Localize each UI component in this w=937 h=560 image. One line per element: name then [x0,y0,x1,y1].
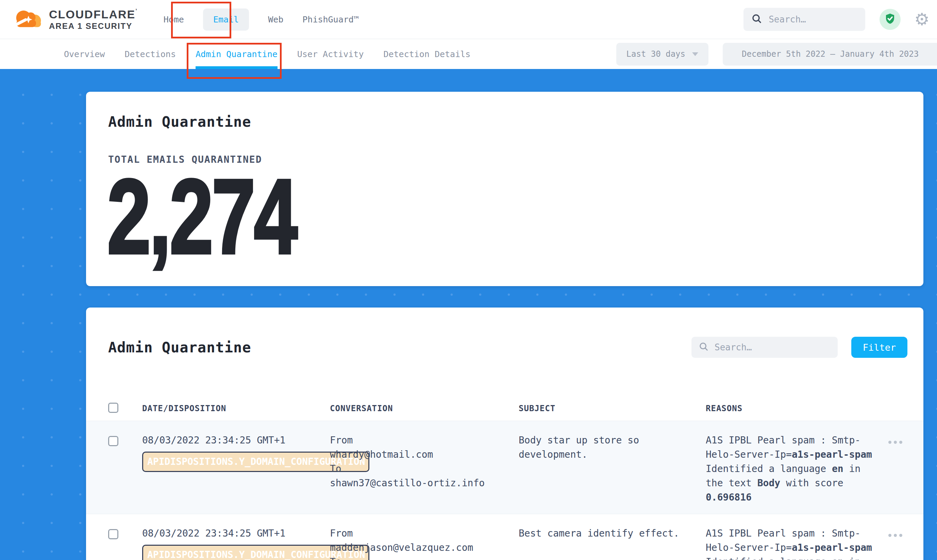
area1-dashboard: CLOUDFLARE’ AREA 1 SECURITY Home Email W… [0,0,937,560]
row-menu-ellipsis[interactable] [886,532,902,538]
page-background: Admin Quarantine TOTAL EMAILS QUARANTINE… [0,69,937,560]
search-icon [699,342,709,353]
date-range-label: Last 30 days [627,49,685,59]
nav-item-phishguard[interactable]: PhishGuard™ [303,15,359,25]
quarantine-table-card: Admin Quarantine Filter DATE/DISPOSITION… [86,308,923,560]
shield-check-icon [884,12,896,26]
row-conversation: From maddenjason@velazquez.com To bradle… [330,526,519,560]
nav-item-email[interactable]: Email [203,9,249,31]
top-bar-right: ⚙ [744,8,929,31]
date-range-text: December 5th 2022 — January 4th 2023 [742,49,918,59]
total-quarantined-value: 2,274 [107,173,711,260]
column-header-conversation: CONVERSATION [330,404,519,413]
row-date: 08/03/2022 23:34:25 GMT+1 [142,526,330,541]
row-checkbox[interactable] [108,436,118,446]
search-icon [752,14,762,25]
date-range-value[interactable]: December 5th 2022 — January 4th 2023 [723,43,937,66]
table-card-header: Admin Quarantine Filter [86,308,923,368]
cloudflare-logo[interactable]: CLOUDFLARE’ AREA 1 SECURITY [12,8,137,31]
email-sub-nav: Overview Detections Admin Quarantine Use… [0,39,937,69]
nav-item-home[interactable]: Home [164,15,184,25]
row-subject: Best camera identify effect. [519,526,706,541]
cloudflare-cloud-icon [12,8,44,31]
column-header-subject: SUBJECT [519,404,706,413]
select-all-checkbox[interactable] [108,403,118,413]
row-menu-ellipsis[interactable] [886,439,902,445]
date-range-dropdown[interactable]: Last 30 days [616,43,709,66]
tab-detections[interactable]: Detections [125,39,176,69]
brand-trademark: ’ [135,8,137,14]
table-search[interactable] [692,337,838,358]
protection-status-badge[interactable] [880,9,901,30]
chevron-down-icon [692,52,698,56]
summary-card-title: Admin Quarantine [108,114,923,130]
quarantine-summary-card: Admin Quarantine TOTAL EMAILS QUARANTINE… [86,92,923,286]
table-search-input[interactable] [714,342,830,353]
column-header-reasons: REASONS [706,404,876,413]
table-body: 08/03/2022 23:34:25 GMT+1 APIDISPOSITION… [86,421,923,560]
row-checkbox[interactable] [108,529,118,539]
global-search-input[interactable] [768,14,857,25]
brand-subtitle: AREA 1 SECURITY [49,22,137,30]
filter-button[interactable]: Filter [851,337,908,358]
top-bar: CLOUDFLARE’ AREA 1 SECURITY Home Email W… [0,0,937,39]
table-row[interactable]: 08/03/2022 23:34:25 GMT+1 APIDISPOSITION… [86,421,923,514]
tab-user-activity[interactable]: User Activity [297,39,364,69]
row-date: 08/03/2022 23:34:25 GMT+1 [142,433,330,448]
tab-overview[interactable]: Overview [64,39,105,69]
table-row[interactable]: 08/03/2022 23:34:25 GMT+1 APIDISPOSITION… [86,514,923,560]
column-header-date: DATE/DISPOSITION [142,404,330,413]
row-subject: Body star up store so development. [519,433,706,462]
primary-nav: Home Email Web PhishGuard™ [164,9,359,31]
table-card-title: Admin Quarantine [108,339,252,356]
email-tabs: Overview Detections Admin Quarantine Use… [64,39,470,69]
settings-gear-icon[interactable]: ⚙ [914,11,929,28]
row-reasons: A1S IPBL Pearl spam : Smtp- Helo-Server-… [706,433,876,505]
tab-detection-details[interactable]: Detection Details [383,39,470,69]
brand-name: CLOUDFLARE [49,8,135,21]
date-filter-group: Last 30 days December 5th 2022 — January… [616,43,937,66]
tab-admin-quarantine[interactable]: Admin Quarantine [196,39,278,69]
nav-item-web[interactable]: Web [268,15,283,25]
row-reasons: A1S IPBL Pearl spam : Smtp- Helo-Server-… [706,526,876,560]
table-header-row: DATE/DISPOSITION CONVERSATION SUBJECT RE… [86,396,923,421]
global-search[interactable] [744,8,865,31]
row-conversation: From whardy@hotmail.com To shawn37@casti… [330,433,519,514]
